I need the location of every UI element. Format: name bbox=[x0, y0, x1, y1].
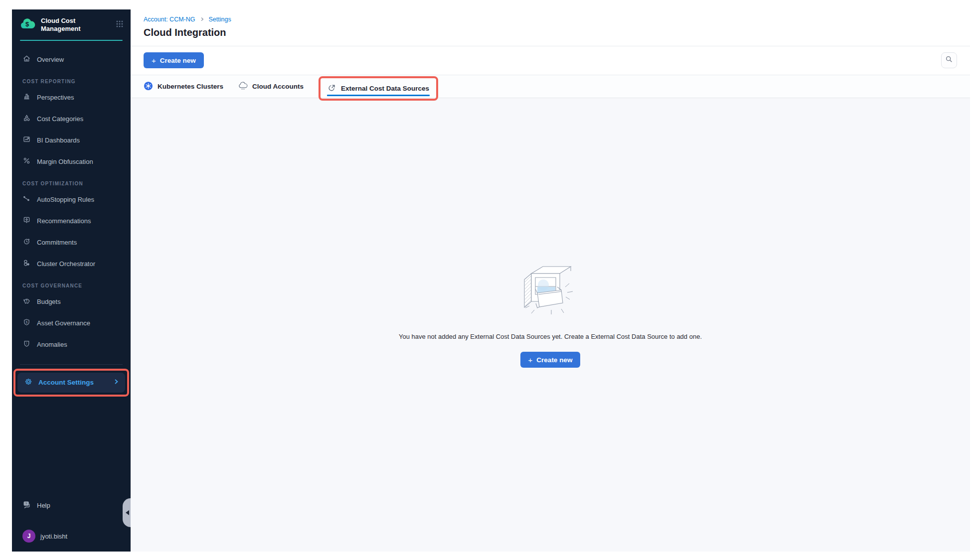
cloud-icon bbox=[238, 81, 248, 92]
sidebar-item-label: Overview bbox=[37, 56, 64, 63]
user-menu[interactable]: J jyoti.bisht bbox=[22, 529, 123, 544]
sidebar-item-label: Cluster Orchestrator bbox=[37, 260, 95, 268]
brand-header: $ Cloud Cost Management bbox=[12, 9, 131, 38]
module-grid-icon[interactable] bbox=[116, 20, 124, 30]
content-area: You have not added any External Cost Dat… bbox=[131, 98, 970, 552]
tab-bar: Kubernetes Clusters Cloud Accounts bbox=[131, 75, 970, 98]
help-label: Help bbox=[37, 502, 50, 509]
sidebar-item-label: Asset Governance bbox=[37, 319, 90, 327]
kubernetes-icon bbox=[144, 81, 153, 92]
sidebar-item-bi-dashboards[interactable]: BI Dashboards bbox=[12, 130, 131, 151]
app-window: $ Cloud Cost Management Overv bbox=[12, 9, 970, 552]
tab-label: External Cost Data Sources bbox=[341, 85, 429, 92]
sidebar-collapse-handle[interactable] bbox=[123, 498, 131, 527]
account-settings-annotation: Account Settings bbox=[13, 369, 129, 397]
create-new-label: Create new bbox=[536, 356, 572, 364]
sidebar-item-autostopping-rules[interactable]: AutoStopping Rules bbox=[12, 189, 131, 210]
sidebar-item-label: Cost Categories bbox=[37, 115, 83, 123]
sidebar-divider bbox=[20, 364, 123, 365]
gear-icon bbox=[24, 377, 33, 388]
empty-state: You have not added any External Cost Dat… bbox=[399, 264, 702, 368]
username: jyoti.bisht bbox=[40, 533, 67, 540]
svg-text:$: $ bbox=[26, 299, 27, 302]
chevron-right-icon bbox=[113, 379, 119, 386]
category-icon bbox=[22, 114, 31, 124]
breadcrumb-settings-link[interactable]: Settings bbox=[209, 16, 231, 23]
sidebar: $ Cloud Cost Management Overv bbox=[12, 9, 131, 552]
shield-alert-icon: ! bbox=[22, 339, 31, 349]
brand-title: Cloud Cost Management bbox=[41, 17, 111, 33]
sidebar-item-recommendations[interactable]: Recommendations bbox=[12, 210, 131, 232]
sidebar-item-label: Budgets bbox=[37, 298, 61, 305]
cluster-icon bbox=[22, 259, 31, 269]
bar-chart-icon bbox=[22, 92, 31, 102]
collapse-arrow-icon bbox=[126, 510, 129, 515]
section-cost-optimization: COST OPTIMIZATION bbox=[12, 172, 131, 189]
tab-cloud-accounts[interactable]: Cloud Accounts bbox=[238, 81, 304, 92]
main-area: Account: CCM-NG Settings Cloud Integrati… bbox=[131, 9, 970, 552]
sidebar-item-anomalies[interactable]: ! Anomalies bbox=[12, 334, 131, 355]
empty-state-message: You have not added any External Cost Dat… bbox=[399, 333, 702, 340]
search-button[interactable] bbox=[941, 52, 957, 68]
breadcrumb-chevron-icon bbox=[200, 16, 204, 23]
help-chat-icon: ? bbox=[22, 500, 31, 511]
sidebar-item-overview[interactable]: Overview bbox=[12, 49, 131, 70]
create-new-label: Create new bbox=[160, 57, 196, 64]
tab-label: Kubernetes Clusters bbox=[158, 83, 223, 90]
recommendation-icon bbox=[22, 216, 31, 226]
sidebar-item-account-settings[interactable]: Account Settings bbox=[17, 373, 125, 393]
autostopping-icon bbox=[22, 194, 31, 204]
svg-text:$: $ bbox=[26, 320, 28, 324]
sidebar-item-cluster-orchestrator[interactable]: Cluster Orchestrator bbox=[12, 253, 131, 275]
search-icon bbox=[945, 55, 953, 65]
cloud-cost-logo-icon: $ bbox=[20, 17, 36, 32]
section-cost-governance: COST GOVERNANCE bbox=[12, 275, 131, 291]
svg-text:!: ! bbox=[26, 342, 27, 345]
plus-icon: + bbox=[528, 356, 533, 364]
tab-label: Cloud Accounts bbox=[252, 83, 304, 90]
active-tab-annotation: External Cost Data Sources bbox=[319, 76, 438, 101]
empty-create-new-button[interactable]: + Create new bbox=[520, 352, 581, 368]
avatar: J bbox=[22, 530, 35, 543]
piggy-bank-icon: $ bbox=[22, 296, 31, 306]
sidebar-item-label: Commitments bbox=[37, 239, 77, 246]
sidebar-item-label: Perspectives bbox=[37, 94, 74, 101]
tab-external-cost-data-sources[interactable]: External Cost Data Sources bbox=[327, 83, 429, 94]
toolbar: + Create new bbox=[131, 46, 970, 75]
sidebar-footer: ? Help J jyoti.bisht bbox=[12, 498, 131, 552]
sidebar-item-asset-governance[interactable]: $ Asset Governance bbox=[12, 312, 131, 334]
page-title: Cloud Integration bbox=[144, 27, 957, 38]
shield-dollar-icon: $ bbox=[22, 318, 31, 328]
plus-icon: + bbox=[152, 57, 156, 64]
clock-icon bbox=[22, 237, 31, 247]
external-link-icon bbox=[327, 83, 336, 94]
section-cost-reporting: COST REPORTING bbox=[12, 70, 131, 87]
help-button[interactable]: ? Help bbox=[22, 498, 123, 513]
sidebar-item-label: Margin Obfuscation bbox=[37, 158, 93, 165]
sidebar-item-label: Account Settings bbox=[38, 379, 94, 386]
percent-icon bbox=[22, 156, 31, 166]
dashboard-icon bbox=[22, 135, 31, 145]
sidebar-nav: Overview COST REPORTING Perspectives Cos… bbox=[12, 41, 131, 355]
sidebar-item-label: AutoStopping Rules bbox=[37, 196, 94, 203]
home-icon bbox=[22, 54, 31, 64]
sidebar-item-cost-categories[interactable]: Cost Categories bbox=[12, 108, 131, 130]
page-header: Account: CCM-NG Settings Cloud Integrati… bbox=[131, 9, 970, 46]
svg-text:$: $ bbox=[25, 20, 29, 28]
create-new-button[interactable]: + Create new bbox=[144, 52, 204, 68]
empty-drawer-illustration bbox=[517, 264, 583, 319]
breadcrumb-account-link[interactable]: Account: CCM-NG bbox=[144, 16, 195, 23]
sidebar-item-commitments[interactable]: Commitments bbox=[12, 232, 131, 253]
sidebar-item-label: Anomalies bbox=[37, 341, 67, 348]
breadcrumb: Account: CCM-NG Settings bbox=[144, 16, 957, 23]
tab-kubernetes-clusters[interactable]: Kubernetes Clusters bbox=[144, 81, 223, 92]
active-tab-underline bbox=[327, 95, 430, 96]
sidebar-item-label: BI Dashboards bbox=[37, 137, 80, 144]
sidebar-item-label: Recommendations bbox=[37, 217, 91, 225]
sidebar-item-perspectives[interactable]: Perspectives bbox=[12, 87, 131, 108]
sidebar-item-margin-obfuscation[interactable]: Margin Obfuscation bbox=[12, 151, 131, 172]
sidebar-item-budgets[interactable]: $ Budgets bbox=[12, 291, 131, 312]
